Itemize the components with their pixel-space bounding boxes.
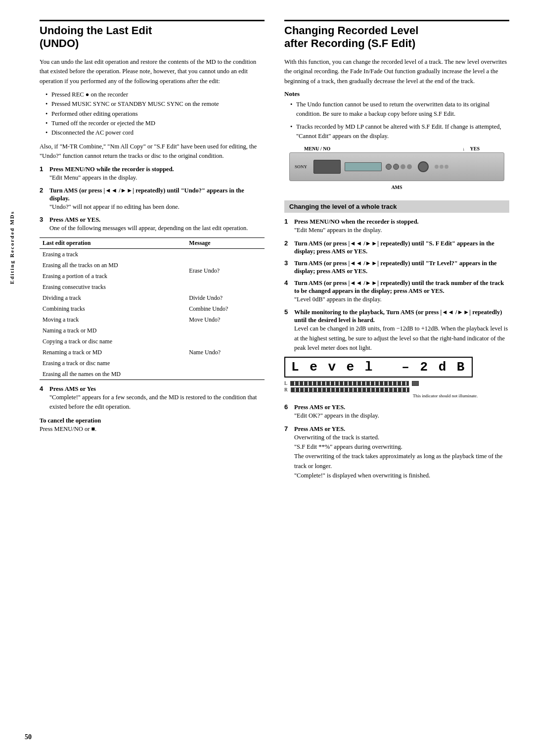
highlight-box: Changing the level of a whole track — [284, 200, 509, 213]
notes-list: The Undo function cannot be used to retu… — [290, 100, 509, 142]
left-title: Undoing the Last Edit (UNDO) — [40, 24, 265, 50]
bullet-list: Pressed REC ● on the recorder Pressed MU… — [45, 90, 265, 138]
right-intro: With this function, you can change the r… — [284, 57, 509, 86]
table-row: Erasing a trackErase Undo? — [40, 248, 265, 260]
right-step-4: 4 Turn AMS (or press |◄◄ /►►| repeatedly… — [284, 279, 509, 304]
list-item: Disconnected the AC power cord — [45, 128, 265, 138]
note-item: Tracks recorded by MD LP cannot be alter… — [290, 122, 509, 142]
yes-label: YES — [470, 146, 480, 151]
table-row: Dividing a trackDivide Undo? — [40, 292, 265, 303]
meter-bar-l — [290, 381, 409, 386]
edit-table: Last edit operation Message Erasing a tr… — [40, 237, 265, 380]
notes-title: Notes — [284, 90, 509, 98]
over-indicator — [412, 381, 419, 386]
right-step-1: 1 Press MENU/NO when the recorder is sto… — [284, 218, 509, 235]
table-row: Combining tracksCombine Undo? — [40, 303, 265, 314]
left-section-header: Undoing the Last Edit (UNDO) — [40, 20, 265, 50]
meter-indicator-label: This indicator should not illuminate. — [413, 393, 509, 398]
step-2: 2 Turn AMS (or press |◄◄ /►►| repeatedly… — [40, 187, 265, 212]
level-display: L e v e l – 2 d B — [284, 357, 473, 378]
step-4: 4 Press AMS or Yes "Complete!" appears f… — [40, 385, 265, 412]
right-step-3: 3 Turn AMS (or press |◄◄ /►►| repeatedly… — [284, 259, 509, 275]
left-column: Undoing the Last Edit (UNDO) You can und… — [40, 20, 265, 485]
table-header-message: Message — [186, 237, 265, 248]
list-item: Performed other editing operations — [45, 109, 265, 119]
right-step-2: 2 Turn AMS (or press |◄◄ /►►| repeatedly… — [284, 239, 509, 255]
meter-bar-r — [291, 387, 409, 392]
right-step-5: 5 While monitoring to the playback, Turn… — [284, 308, 509, 353]
right-column: Changing Recorded Level after Recording … — [284, 20, 509, 485]
step-3: 3 Press AMS or YES. One of the following… — [40, 216, 265, 233]
right-step-6: 6 Press AMS or YES. "Edit OK?" appears i… — [284, 403, 509, 421]
right-title: Changing Recorded Level after Recording … — [284, 24, 509, 50]
device-diagram: MENU / NO YES SONY — [284, 146, 509, 195]
list-item: Pressed REC ● on the recorder — [45, 90, 265, 99]
table-header-operation: Last edit operation — [40, 237, 186, 248]
notes-section: Notes The Undo function cannot be used t… — [284, 90, 509, 142]
right-step-7: 7 Press AMS or YES. Overwriting of the t… — [284, 425, 509, 481]
cancel-section: To cancel the operation Press MENU/NO or… — [40, 417, 265, 434]
table-row: Naming a track or MDName Undo? — [40, 325, 265, 336]
level-display-area: L e v e l – 2 d B L R This indicator sho… — [284, 357, 509, 398]
ams-label: AMS — [391, 185, 402, 190]
note-item: The Undo function cannot be used to retu… — [290, 100, 509, 119]
list-item: Turned off the recorder or ejected the M… — [45, 119, 265, 128]
list-item: Pressed MUSIC SYNC or STANDBY MUSC SYNC … — [45, 99, 265, 109]
also-text: Also, if "M-TR Combine," "Nm All Copy" o… — [40, 142, 265, 161]
page-number: 50 — [25, 733, 32, 741]
meter-wrapper: L R This indicator should not illuminate… — [284, 380, 509, 398]
left-intro: You can undo the last edit operation and… — [40, 57, 265, 86]
right-section-header: Changing Recorded Level after Recording … — [284, 20, 509, 50]
step-1: 1 Press MENU/NO while the recorder is st… — [40, 165, 265, 183]
table-row: Moving a trackMove Undo? — [40, 314, 265, 325]
